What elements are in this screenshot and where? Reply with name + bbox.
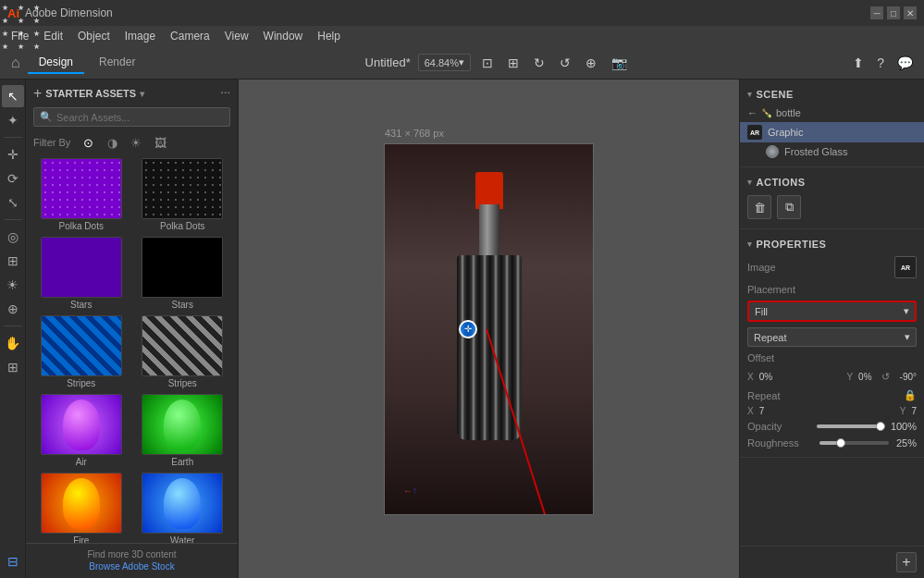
canvas-size-label: 431 × 768 px [385,128,444,139]
bottle-body [457,255,522,440]
stars-black-thumb: ★ ★ ★★ ★ ★★ ★ ★★ ★ ★ [142,237,223,298]
axes-indicator: ←↑ [403,486,417,496]
main-layout: ↖ ✦ ✛ ⟳ ⤡ ◎ ⊞ ☀ ⊕ ✋ ⊞ ⊟ + STARTER ASSETS… [0,80,924,578]
bottle-neck [479,204,499,260]
opacity-slider[interactable] [817,424,882,428]
asset-row-stars: ★ ★ ★★ ★ ★★ ★ ★★ ★ ★ Stars ★ ★ ★★ ★ ★★ ★… [33,237,230,310]
transform-handle[interactable]: ✛ [459,320,477,338]
bottle-background: ✛ ←↑ [385,144,593,514]
canvas-area[interactable]: 431 × 768 px ✛ ←↑ [239,80,739,578]
list-item[interactable]: ★ ★ ★★ ★ ★★ ★ ★★ ★ ★ Stars [135,237,231,310]
canvas-frame: 431 × 768 px ✛ ←↑ [384,143,594,515]
bottle-cap [475,172,503,209]
assets-grid: Polka Dots Polka Dots ★ ★ ★★ ★ ★★ ★ ★★ ★… [26,158,238,543]
assets-panel: + STARTER ASSETS ▾ ⋯ 🔍 Filter By ⊙ ◑ ☀ 🖼 [26,80,239,578]
canvas-viewport[interactable]: ✛ ←↑ [385,144,593,514]
roughness-slider[interactable] [819,441,888,445]
